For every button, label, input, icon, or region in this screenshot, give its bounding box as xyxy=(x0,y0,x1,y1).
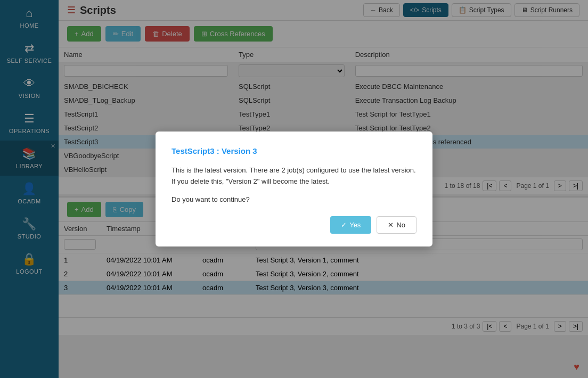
modal-overlay[interactable]: TestScript3 : Version 3 This is the late… xyxy=(0,0,588,378)
times-icon: ✕ xyxy=(388,221,394,229)
check-icon: ✓ xyxy=(341,221,347,229)
no-button[interactable]: ✕ No xyxy=(377,216,416,234)
modal-question: Do you want to continue? xyxy=(172,194,416,206)
modal-body-line1: This is the latest version. There are 2 … xyxy=(172,166,416,174)
yes-button[interactable]: ✓ Yes xyxy=(330,216,371,234)
modal-dialog: TestScript3 : Version 3 This is the late… xyxy=(156,132,432,246)
modal-footer: ✓ Yes ✕ No xyxy=(172,216,416,234)
modal-body: This is the latest version. There are 2 … xyxy=(172,165,416,206)
modal-title: TestScript3 : Version 3 xyxy=(172,146,416,155)
modal-body-line2: If you delete this, "Version 2" will bec… xyxy=(172,177,330,185)
